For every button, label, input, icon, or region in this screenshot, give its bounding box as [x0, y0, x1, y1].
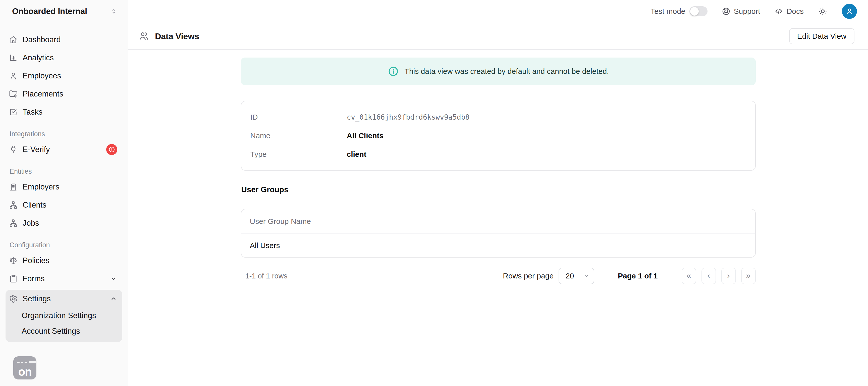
detail-value-id: cv_01k166jhx9fbdrd6kswv9a5db8	[347, 113, 470, 121]
logo-speed-lines	[17, 361, 36, 363]
sidebar-item-label: Employees	[23, 71, 61, 81]
page-indicator: Page 1 of 1	[618, 272, 657, 280]
rows-per-page-select[interactable]: 20	[559, 268, 594, 284]
sidebar-item-label: Tasks	[23, 108, 42, 117]
page-title: Data Views	[155, 31, 199, 41]
error-badge	[106, 144, 117, 155]
scale-icon	[9, 256, 18, 265]
detail-row-id: ID cv_01k166jhx9fbdrd6kswv9a5db8	[250, 108, 746, 126]
sidebar-item-employers[interactable]: Employers	[5, 178, 122, 196]
detail-value-name: All Clients	[347, 131, 384, 140]
page-content: This data view was created by default an…	[128, 50, 868, 386]
sidebar-item-label: Employers	[23, 182, 59, 191]
table-header-user-group-name: User Group Name	[241, 209, 755, 234]
test-mode-toggle[interactable]	[689, 6, 708, 16]
user-avatar-button[interactable]	[842, 4, 857, 19]
sidebar-item-organization-settings[interactable]: Organization Settings	[5, 308, 122, 323]
logo-text: on	[18, 366, 31, 378]
detail-value-type: client	[347, 150, 366, 158]
sidebar-item-employees[interactable]: Employees	[5, 67, 122, 85]
sidebar-section-configuration: Configuration	[5, 241, 122, 249]
user-icon	[9, 71, 18, 80]
code-icon	[774, 7, 783, 16]
sidebar-item-label: Jobs	[23, 219, 39, 228]
user-groups-table: User Group Name All Users	[241, 209, 756, 258]
sidebar-item-label: Placements	[23, 89, 63, 98]
data-view-details-card: ID cv_01k166jhx9fbdrd6kswv9a5db8 Name Al…	[241, 101, 756, 171]
last-page-button[interactable]: »	[741, 268, 756, 284]
square-check-icon	[9, 108, 18, 116]
detail-row-name: Name All Clients	[250, 126, 746, 145]
sidebar-item-label: Account Settings	[22, 327, 80, 336]
sidebar-item-everify[interactable]: E-Verify	[5, 141, 122, 158]
first-page-button[interactable]: «	[682, 268, 696, 284]
sidebar-item-label: Policies	[23, 256, 50, 265]
pagination: 1-1 of 1 rows Rows per page 20 Page 1 of…	[241, 268, 756, 284]
settings-group: Settings Organization Settings Account S…	[5, 290, 122, 342]
user-icon	[845, 7, 854, 16]
info-icon	[388, 66, 399, 77]
sidebar-item-jobs[interactable]: Jobs	[5, 214, 122, 232]
sidebar-section-entities: Entities	[5, 168, 122, 175]
hierarchy-icon	[9, 219, 18, 228]
rows-per-page-label: Rows per page	[503, 272, 554, 280]
plug-icon	[9, 145, 18, 154]
test-mode-control: Test mode	[651, 6, 707, 16]
next-page-button[interactable]: ›	[721, 268, 736, 284]
lifebuoy-icon	[721, 7, 731, 16]
sidebar-section-integrations: Integrations	[5, 130, 122, 138]
docs-link[interactable]: Docs	[774, 7, 804, 16]
sidebar: Onboarded Internal Dashboard Analytics E…	[0, 0, 128, 386]
sidebar-item-clients[interactable]: Clients	[5, 196, 122, 214]
detail-label: Type	[250, 150, 347, 158]
sidebar-item-analytics[interactable]: Analytics	[5, 49, 122, 67]
detail-label: ID	[250, 113, 347, 121]
home-icon	[9, 35, 18, 44]
support-label: Support	[734, 7, 760, 16]
gear-icon	[9, 295, 18, 303]
clipboard-icon	[9, 274, 18, 283]
sidebar-item-label: Clients	[23, 201, 46, 210]
topbar: Test mode Support Docs	[128, 0, 868, 23]
sidebar-nav: Dashboard Analytics Employees Placements…	[0, 23, 128, 342]
sidebar-item-forms[interactable]: Forms	[5, 270, 122, 288]
sidebar-item-label: Organization Settings	[22, 311, 96, 320]
org-name: Onboarded Internal	[12, 6, 87, 16]
user-group-name-cell: All Users	[250, 241, 280, 250]
main-area: Test mode Support Docs Data Views Edit D…	[128, 0, 868, 386]
detail-row-type: Type client	[250, 145, 746, 164]
detail-label: Name	[250, 131, 347, 140]
folder-gear-icon	[9, 90, 18, 98]
sidebar-item-settings[interactable]: Settings	[5, 290, 122, 308]
chevron-up-icon	[110, 295, 117, 303]
sidebar-item-account-settings[interactable]: Account Settings	[5, 323, 122, 339]
banner-message: This data view was created by default an…	[405, 67, 609, 76]
chevron-down-icon	[110, 275, 117, 283]
user-groups-heading: User Groups	[241, 185, 756, 194]
org-switcher[interactable]: Onboarded Internal	[0, 0, 128, 23]
info-banner: This data view was created by default an…	[241, 58, 756, 85]
sidebar-item-placements[interactable]: Placements	[5, 85, 122, 103]
hierarchy-icon	[9, 201, 18, 209]
sidebar-item-policies[interactable]: Policies	[5, 251, 122, 270]
sidebar-item-label: Dashboard	[23, 35, 61, 44]
test-mode-label: Test mode	[651, 7, 685, 16]
support-link[interactable]: Support	[721, 7, 760, 16]
edit-data-view-button[interactable]: Edit Data View	[789, 28, 855, 44]
sidebar-item-label: Settings	[23, 294, 51, 303]
onboarded-logo: on	[13, 356, 36, 380]
pagination-controls: Rows per page 20 Page 1 of 1 « ‹ › »	[503, 268, 755, 284]
sun-icon	[818, 6, 828, 16]
sidebar-item-label: Analytics	[23, 53, 54, 62]
sidebar-item-label: Forms	[23, 274, 45, 283]
rows-per-page-value: 20	[566, 272, 574, 280]
chevrons-up-down-icon	[110, 7, 118, 15]
prev-page-button[interactable]: ‹	[702, 268, 716, 284]
table-row[interactable]: All Users	[241, 234, 755, 257]
toggle-knob	[690, 7, 699, 16]
page-header: Data Views Edit Data View	[128, 23, 868, 50]
docs-label: Docs	[786, 7, 804, 16]
sidebar-item-tasks[interactable]: Tasks	[5, 103, 122, 121]
sidebar-item-dashboard[interactable]: Dashboard	[5, 31, 122, 49]
theme-toggle-button[interactable]	[818, 6, 828, 16]
